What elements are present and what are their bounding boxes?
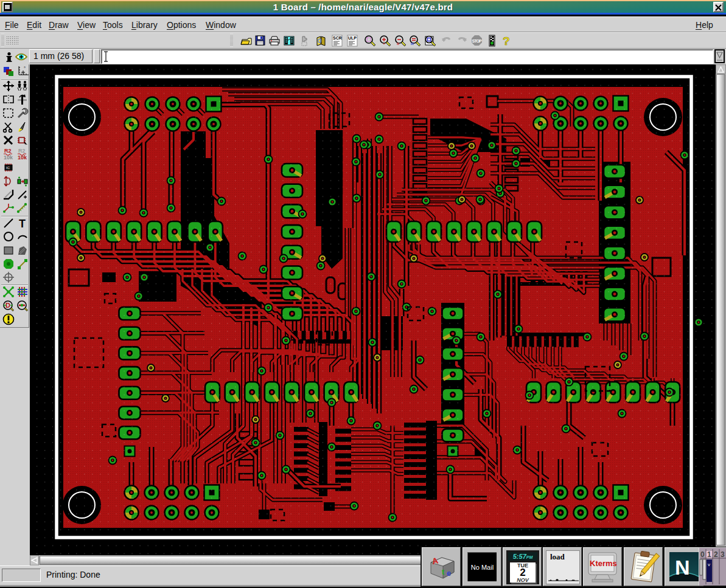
svg-text:10k: 10k xyxy=(18,154,27,160)
svg-text:v: v xyxy=(708,562,710,567)
svg-text:10k: 10k xyxy=(4,154,13,160)
svg-text:T: T xyxy=(19,218,26,229)
svg-text:?: ? xyxy=(503,35,510,47)
svg-text:1: 1 xyxy=(707,550,711,559)
svg-text:0: 0 xyxy=(700,550,705,559)
svg-text:N: N xyxy=(675,556,690,579)
svg-text:Kterms: Kterms xyxy=(590,559,617,568)
svg-text:t: t xyxy=(442,567,445,576)
svg-text:2: 2 xyxy=(714,550,718,559)
svg-text:e: e xyxy=(447,569,451,578)
svg-text:IC: IC xyxy=(6,166,10,170)
svg-text:3: 3 xyxy=(721,550,725,559)
svg-text:R2: R2 xyxy=(18,148,26,154)
svg-text:°: ° xyxy=(24,66,26,71)
svg-text:R2: R2 xyxy=(4,148,12,154)
svg-text:STOP: STOP xyxy=(472,39,482,43)
svg-text:D: D xyxy=(5,302,10,309)
svg-text:A: A xyxy=(431,555,439,566)
svg-text:SCR: SCR xyxy=(333,36,342,40)
svg-text:ULP: ULP xyxy=(348,36,357,40)
